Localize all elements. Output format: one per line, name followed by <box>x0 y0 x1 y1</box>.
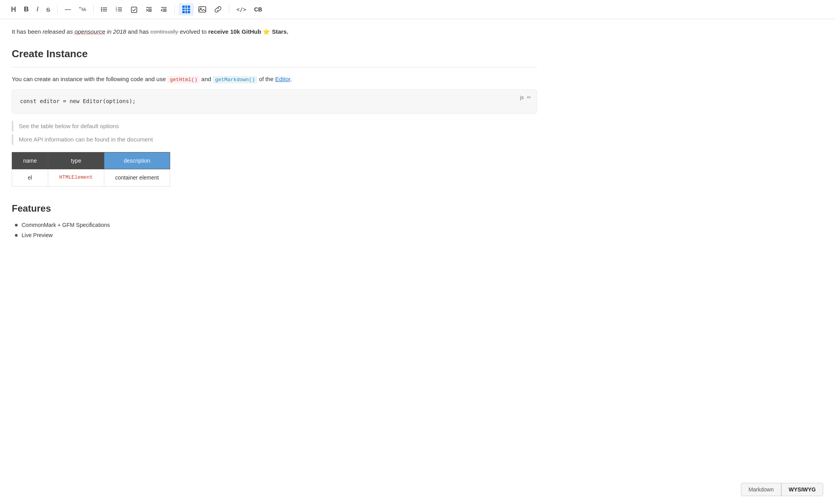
editor-table-wrapper: name type description el HTMLElement con… <box>12 152 170 187</box>
lang-label: js <box>520 94 524 102</box>
table-header-row: name type description <box>12 152 170 169</box>
blockquote-section: See the table below for default options … <box>12 121 537 145</box>
table-cell-name[interactable]: el <box>12 169 48 186</box>
list-item-1: CommonMark + GFM Specifications <box>15 221 537 229</box>
bold-btn[interactable]: B <box>21 4 32 15</box>
blockquote-1: See the table below for default options <box>12 121 537 132</box>
svg-rect-26 <box>199 7 206 12</box>
bullet-1 <box>15 224 18 227</box>
editor-content: It has been released as opensource in 20… <box>0 19 549 249</box>
quote-btn[interactable]: "66 <box>76 4 89 15</box>
getmarkdown-code: getMarkdown() <box>213 76 257 83</box>
blockquote-bar-1 <box>12 121 13 132</box>
instance-description: You can create an instance with the foll… <box>12 74 537 84</box>
intro-paragraph: It has been released as opensource in 20… <box>12 27 537 36</box>
svg-point-0 <box>101 7 102 9</box>
blockquote-bar-2 <box>12 134 13 145</box>
outdent-btn[interactable] <box>157 4 171 15</box>
toolbar-sep-4 <box>229 5 229 14</box>
ordered-list-btn[interactable]: 1.2.3. <box>113 4 126 15</box>
editor-toolbar: H B I S — "66 1.2.3. </> CB <box>0 0 835 19</box>
list-item-2: Live Preview <box>15 231 537 239</box>
codeblock-btn[interactable]: CB <box>251 4 265 15</box>
toolbar-sep-3 <box>174 5 175 14</box>
features-heading: Features <box>12 201 537 216</box>
checkbox-btn[interactable] <box>127 4 141 15</box>
table-row: el HTMLElement container element <box>12 169 170 186</box>
bold-text: receive 10k GitHub ⭐ Stars. <box>208 28 288 35</box>
feature-label-1: CommonMark + GFM Specifications <box>22 221 110 229</box>
section-divider-1 <box>12 67 537 67</box>
table-header-type[interactable]: type <box>48 152 104 169</box>
code-content: const editor = new Editor(options); <box>20 98 136 104</box>
heading-btn[interactable]: H <box>8 4 19 16</box>
blockquote-text-1: See the table below for default options <box>19 121 119 132</box>
blockquote-text-2: More API information can be found in the… <box>19 134 153 145</box>
image-btn[interactable] <box>195 4 209 15</box>
strikethrough-text: continually <box>151 28 178 35</box>
svg-rect-21 <box>182 5 190 13</box>
code-lang-area: js ✏ <box>520 94 531 102</box>
opensource-text: opensource <box>74 28 105 35</box>
table-cell-desc[interactable]: container element <box>104 169 170 186</box>
link-btn[interactable] <box>211 4 225 15</box>
unordered-list-btn[interactable] <box>98 4 111 15</box>
svg-point-4 <box>101 11 102 12</box>
svg-text:3.: 3. <box>116 9 118 12</box>
svg-rect-12 <box>131 7 137 13</box>
blockquote-2: More API information can be found in the… <box>12 134 537 145</box>
table-btn[interactable] <box>179 3 194 16</box>
editor-table: name type description el HTMLElement con… <box>12 152 170 187</box>
editor-link[interactable]: Editor <box>275 76 290 82</box>
gethtml-code: getHtml() <box>167 76 200 83</box>
table-cell-type[interactable]: HTMLElement <box>48 169 104 186</box>
toolbar-sep-2 <box>93 5 94 14</box>
svg-point-2 <box>101 9 102 10</box>
strikethrough-btn[interactable]: S <box>43 4 53 15</box>
code-btn[interactable]: </> <box>233 4 249 15</box>
italic-btn[interactable]: I <box>33 4 42 15</box>
feature-label-2: Live Preview <box>22 231 53 239</box>
edit-code-icon[interactable]: ✏ <box>527 94 531 102</box>
indent-btn[interactable] <box>142 4 156 15</box>
code-block: const editor = new Editor(options); js ✏ <box>12 89 537 113</box>
toolbar-sep-1 <box>57 5 58 14</box>
table-header-name[interactable]: name <box>12 152 48 169</box>
table-header-description[interactable]: description <box>104 152 170 169</box>
create-instance-heading: Create Instance <box>12 46 537 62</box>
hr-btn[interactable]: — <box>62 4 74 15</box>
features-list: CommonMark + GFM Specifications Live Pre… <box>12 221 537 240</box>
bullet-2 <box>15 234 18 237</box>
